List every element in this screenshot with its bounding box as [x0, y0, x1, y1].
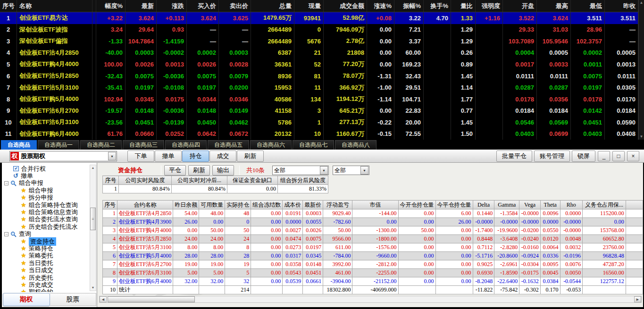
quote-row[interactable]: 6创业板ETF沽5月2850-32.430.0075-0.00360.00750…: [0, 70, 638, 82]
quote-column-header[interactable]: 强弱度: [476, 0, 503, 12]
position-column-header[interactable]: Vega: [519, 200, 541, 209]
tab-stocks[interactable]: 股票: [50, 293, 97, 306]
position-row[interactable]: 8创业板ETF沽6月31005.005.0050.000.05430.04514…: [103, 269, 643, 277]
quote-column-header[interactable]: 最高: [537, 0, 571, 12]
tree-item-期权合约[interactable]: ★期权合约: [2, 289, 89, 292]
tree-item-当日成交[interactable]: ★当日成交: [2, 267, 89, 274]
quote-row[interactable]: 9创业板ETF沽6月2700-19.570.0148-0.00360.01480…: [0, 105, 638, 117]
position-column-header[interactable]: 实际持仓: [225, 200, 251, 209]
risk-column-header[interactable]: 保证金资金缺口: [227, 176, 278, 185]
tab-options[interactable]: 期权: [3, 293, 50, 306]
tree-item-拆分申报[interactable]: ★拆分申报: [2, 194, 89, 201]
quote-vertical-scrollbar[interactable]: ▲ ▼: [638, 0, 644, 140]
position-column-header[interactable]: 组合冻结数: [251, 200, 283, 209]
refresh-panel-button[interactable]: 刷新: [188, 165, 210, 175]
quote-row[interactable]: 4创业板ETF沽4月2850-40.000.0003-0.00020.00020…: [0, 47, 638, 59]
tree-item-撤单[interactable]: ↺撤单: [2, 172, 89, 179]
quote-column-header[interactable]: [92, 0, 96, 12]
position-column-header[interactable]: 成本价: [283, 200, 303, 209]
quote-row[interactable]: 7创业板ETF沽5月3100-35.410.0197-0.01080.01970…: [0, 82, 638, 93]
quote-column-header[interactable]: 涨速%: [367, 0, 394, 12]
tree-item-历史委托[interactable]: ★历史委托: [2, 274, 89, 281]
position-column-header[interactable]: Gamma: [494, 200, 519, 209]
tree-item-策略持仓[interactable]: ★策略持仓: [2, 245, 89, 252]
quote-row[interactable]: 11创业板ETF购6月400061.760.06600.02520.06420.…: [0, 128, 638, 140]
risk-row[interactable]: 180.84%80.84%0.0081.33%: [103, 185, 328, 193]
position-column-header[interactable]: 序号: [103, 200, 117, 209]
position-row[interactable]: 9创业板ETF购6月400032.0032.00320.000.05390.06…: [103, 277, 643, 286]
export-button[interactable]: 输出: [212, 165, 234, 175]
batch-close-button[interactable]: 批量平仓: [496, 150, 532, 162]
watchlist-tab[interactable]: 自选商品二: [80, 140, 122, 150]
tree-vertical-scrollbar[interactable]: ▲ ≡ ▼: [90, 165, 96, 291]
risk-column-header[interactable]: 组合拆分后风险度: [278, 176, 328, 185]
tree-item-当日委托[interactable]: ★当日委托: [2, 259, 89, 267]
position-column-header[interactable]: 浮动盈亏: [323, 200, 352, 209]
scroll-up-icon[interactable]: ▲: [640, 0, 644, 6]
account-manage-button[interactable]: 账号管理: [534, 150, 570, 162]
scrollbar-thumb[interactable]: [108, 296, 195, 302]
quote-column-header[interactable]: 成交金额: [324, 0, 367, 12]
quote-row[interactable]: 5创业板ETF购4月4000100.000.00260.00130.00260.…: [0, 58, 638, 70]
position-column-header[interactable]: 市值: [352, 200, 398, 209]
filter-dropdown-2[interactable]: 全部 ▼: [333, 166, 369, 175]
tree-item-查询[interactable]: −查询: [2, 231, 89, 238]
minimize-button[interactable]: _: [598, 151, 610, 161]
position-column-header[interactable]: 今开仓持仓量: [398, 200, 435, 209]
quote-column-header[interactable]: 买入价: [187, 0, 219, 12]
maximize-button[interactable]: □: [612, 151, 625, 161]
collapse-box-icon[interactable]: −: [4, 232, 8, 236]
scroll-left-icon[interactable]: ◀: [100, 296, 107, 302]
scroll-down-icon[interactable]: ▼: [640, 134, 644, 140]
scroll-up-icon[interactable]: ▲: [90, 165, 96, 171]
position-column-header[interactable]: 最新价: [303, 200, 323, 209]
panel-horizontal-scrollbar[interactable]: ◀ ▶: [99, 296, 642, 303]
watchlist-tab[interactable]: 自选商品八: [335, 140, 376, 150]
tree-item-组合策略信息查询[interactable]: ★组合策略信息查询: [2, 209, 89, 216]
quote-column-header[interactable]: 换手%: [424, 0, 451, 12]
watchlist-tab[interactable]: 自选商品三: [123, 140, 164, 150]
position-column-header[interactable]: 可用数量: [199, 200, 225, 209]
tree-item-历史成交[interactable]: ★历史成交: [2, 281, 89, 288]
chevron-down-icon[interactable]: ▼: [360, 166, 368, 175]
position-row[interactable]: 3创业板ETF购4月40000.0050.00500.000.00270.002…: [103, 226, 643, 235]
collapse-box-icon[interactable]: −: [4, 181, 8, 185]
position-row[interactable]: 6创业板ETF购5月400028.0028.00280.000.03170.03…: [103, 252, 643, 260]
close-button[interactable]: ×: [627, 151, 639, 161]
scrollbar-thumb[interactable]: ≡: [90, 208, 96, 230]
position-row[interactable]: 7创业板ETF沽6月270019.0019.00190.000.03580.01…: [103, 260, 643, 269]
scroll-right-icon[interactable]: ▶: [634, 296, 641, 302]
quote-column-header[interactable]: 总量: [251, 0, 294, 12]
risk-column-header[interactable]: 序号: [103, 176, 119, 185]
position-column-header[interactable]: Rho: [560, 200, 583, 209]
tree-item-组合委托流水查询[interactable]: ★组合委托流水查询: [2, 216, 89, 223]
quote-column-header[interactable]: 开盘: [503, 0, 537, 12]
watchlist-tab[interactable]: 自选商品四: [165, 140, 207, 150]
quote-row[interactable]: 2深创业板ETF波指3.2429.640.93——266448907946.09…: [0, 24, 638, 36]
tree-item-组合申报[interactable]: −组合申报: [2, 180, 89, 187]
tree-item-组合申报[interactable]: ★组合申报: [2, 187, 89, 194]
position-column-header[interactable]: 昨日余额: [173, 200, 199, 209]
quote-column-header[interactable]: 名称: [17, 0, 92, 12]
fills-button[interactable]: 成交: [209, 150, 236, 162]
watchlist-tab[interactable]: 自选商品六: [250, 140, 292, 150]
risk-column-header[interactable]: 公司实时对冲后...: [172, 176, 227, 185]
quote-row[interactable]: 8创业板ETF购5月4000102.940.03450.01750.03440.…: [0, 93, 638, 105]
watchlist-tab[interactable]: 自选商品五: [208, 140, 249, 150]
watchlist-tab[interactable]: 自选商品一: [38, 140, 79, 150]
position-column-header[interactable]: Delta: [473, 200, 494, 209]
chevron-down-icon[interactable]: ▼: [108, 152, 116, 160]
position-row[interactable]: 1创业板ETF沽4月285054.0048.00480.000.01910.00…: [103, 209, 643, 218]
quote-column-header[interactable]: 现量: [294, 0, 324, 12]
quote-column-header[interactable]: 幅度%: [96, 0, 125, 12]
quote-column-header[interactable]: 昨收: [605, 0, 638, 12]
place-order-button[interactable]: 下单: [127, 150, 154, 162]
risk-column-header[interactable]: 公司实时风险度: [119, 176, 172, 185]
position-column-header[interactable]: 合约名称: [117, 200, 173, 209]
tree-item-策略委托[interactable]: ★策略委托: [2, 252, 89, 259]
product-combo[interactable]: 权 股票期权 ▼: [9, 151, 117, 161]
position-column-header[interactable]: 今平仓持仓量: [435, 200, 473, 209]
refresh-button[interactable]: 刷新: [237, 150, 264, 162]
filter-dropdown-1[interactable]: 全部 ▼: [272, 166, 329, 175]
quote-row[interactable]: 10创业板ETF沽6月3100-23.560.0451-0.01390.0450…: [0, 117, 638, 128]
